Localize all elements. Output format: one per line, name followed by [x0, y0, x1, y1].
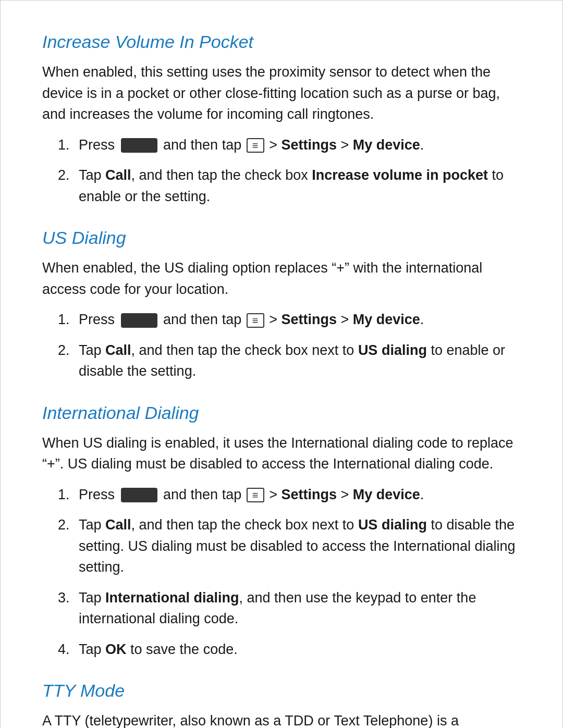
step-content: Tap Call, and then tap the check box Inc…: [79, 165, 521, 207]
section-body-tty-1: A TTY (teletypewriter, also known as a T…: [42, 710, 521, 728]
section-body-increase-volume: When enabled, this setting uses the prox…: [42, 61, 521, 125]
section-us-dialing: US Dialing When enabled, the US dialing …: [42, 228, 521, 382]
step-item: 2. Tap Call, and then tap the check box …: [58, 514, 521, 578]
step-content: Press and then tap > Settings > My devic…: [79, 309, 521, 330]
step-number: 2.: [58, 514, 79, 536]
step-number: 2.: [58, 165, 79, 186]
step-item: 4. Tap OK to save the code.: [58, 639, 521, 660]
step-content: Tap Call, and then tap the check box nex…: [79, 340, 521, 382]
section-tty-mode: TTY Mode A TTY (teletypewriter, also kno…: [42, 681, 521, 728]
section-title-increase-volume: Increase Volume In Pocket: [42, 32, 521, 52]
section-body-international-dialing: When US dialing is enabled, it uses the …: [42, 433, 521, 475]
step-item: 2. Tap Call, and then tap the check box …: [58, 340, 521, 382]
step-content: Tap International dialing, and then use …: [79, 587, 521, 630]
section-title-us-dialing: US Dialing: [42, 228, 521, 248]
menu-icon: [247, 488, 264, 502]
step-number: 4.: [58, 639, 79, 660]
home-button: [121, 488, 157, 502]
step-item: 3. Tap International dialing, and then u…: [58, 587, 521, 630]
steps-international-dialing: 1. Press and then tap > Settings > My de…: [58, 484, 521, 660]
step-content: Press and then tap > Settings > My devic…: [79, 484, 521, 505]
step-number: 1.: [58, 309, 79, 330]
home-button: [121, 313, 157, 328]
step-content: Tap OK to save the code.: [79, 639, 521, 660]
steps-increase-volume: 1. Press and then tap > Settings > My de…: [58, 134, 521, 207]
step-number: 1.: [58, 134, 79, 156]
section-body-us-dialing: When enabled, the US dialing option repl…: [42, 257, 521, 300]
page-container: Increase Volume In Pocket When enabled, …: [0, 0, 563, 728]
section-title-international-dialing: International Dialing: [42, 403, 521, 423]
home-button: [121, 138, 157, 153]
section-increase-volume: Increase Volume In Pocket When enabled, …: [42, 32, 521, 207]
step-content: Press and then tap > Settings > My devic…: [79, 134, 521, 156]
step-item: 1. Press and then tap > Settings > My de…: [58, 484, 521, 505]
step-number: 3.: [58, 587, 79, 609]
steps-us-dialing: 1. Press and then tap > Settings > My de…: [58, 309, 521, 382]
step-item: 2. Tap Call, and then tap the check box …: [58, 165, 521, 207]
menu-icon: [247, 313, 264, 328]
step-number: 1.: [58, 484, 79, 505]
section-international-dialing: International Dialing When US dialing is…: [42, 403, 521, 660]
menu-icon: [247, 138, 264, 153]
step-content: Tap Call, and then tap the check box nex…: [79, 514, 521, 578]
step-item: 1. Press and then tap > Settings > My de…: [58, 134, 521, 156]
step-number: 2.: [58, 340, 79, 361]
section-title-tty-mode: TTY Mode: [42, 681, 521, 701]
step-item: 1. Press and then tap > Settings > My de…: [58, 309, 521, 330]
